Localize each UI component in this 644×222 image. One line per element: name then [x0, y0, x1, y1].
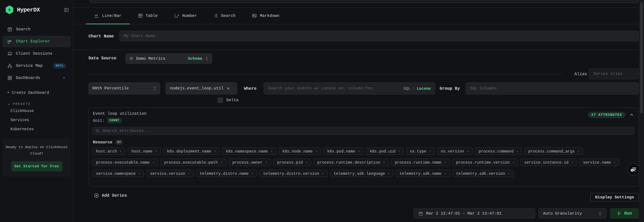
chevron-up-icon[interactable]: [630, 113, 634, 117]
sql-toggle[interactable]: SQL: [404, 86, 410, 91]
granularity-select[interactable]: Auto Granularity: [538, 208, 606, 219]
sidebar-nav: SearchChart ExplorerClient SessionsServi…: [0, 24, 73, 84]
list-icon: [213, 13, 218, 18]
attribute-chip[interactable]: telemetry.distro.name›: [196, 170, 257, 177]
chevron-right-icon: ›: [316, 149, 318, 153]
sidebar-item-label: Search: [16, 27, 30, 32]
tab-markdown[interactable]: Markdown: [244, 8, 287, 24]
sidebar-item-label: Chart Explorer: [16, 39, 50, 44]
chart-feedback-fab[interactable]: [627, 163, 640, 176]
delta-checkbox[interactable]: [218, 97, 223, 103]
attribute-chip[interactable]: host.arch›: [92, 147, 125, 155]
attribute-chip[interactable]: process.runtime.version›: [452, 159, 518, 166]
attribute-chip-label: os.version: [441, 149, 464, 153]
add-series-button[interactable]: Add Series: [94, 193, 127, 198]
aggregation-select[interactable]: 90th Percentile: [88, 82, 160, 94]
attributes-count-badge: 27 ATTRIBUTES: [588, 112, 626, 118]
lucene-toggle[interactable]: Lucene: [417, 86, 431, 91]
attribute-chip-label: os.type: [410, 149, 426, 153]
chart-type-tabs: Line/BarTable123NumberSearchMarkdown: [73, 8, 639, 24]
granularity-value: Auto Granularity: [543, 211, 582, 216]
preset-item-kubernetes[interactable]: Kubernetes: [0, 124, 73, 133]
chart-explorer-icon: [7, 39, 12, 44]
scrollbar-thumb[interactable]: [640, 2, 643, 113]
sidebar-item-chart-explorer[interactable]: Chart Explorer: [2, 36, 70, 47]
attribute-chip[interactable]: process.pid›: [273, 159, 311, 166]
attribute-chip-label: telemetry.sdk.version: [456, 171, 505, 176]
attribute-chip[interactable]: os.version›: [437, 147, 472, 155]
attribute-chip[interactable]: telemetry.distro.version›: [260, 170, 328, 177]
attribute-chip-label: k8s.pod.uid: [370, 149, 396, 153]
remove-metric-icon[interactable]: ✕: [227, 86, 230, 91]
attribute-chip[interactable]: k8s.pod.name›: [324, 147, 364, 155]
scrollbar[interactable]: [639, 0, 644, 222]
preset-item-clickhouse[interactable]: ClickHouse: [0, 106, 73, 115]
circle-plus-icon: [94, 193, 99, 198]
presets-header[interactable]: PRESETS: [0, 95, 73, 106]
presets-label: PRESETS: [13, 102, 30, 106]
attribute-chip[interactable]: k8s.namespace.name›: [222, 147, 276, 155]
attribute-chip[interactable]: telemetry.sdk.language›: [330, 170, 394, 177]
sidebar-item-search[interactable]: Search: [2, 24, 70, 35]
tab-table[interactable]: Table: [130, 8, 166, 24]
attribute-chip-label: process.pid: [277, 160, 303, 165]
attribute-chip[interactable]: k8s.node.name›: [278, 147, 321, 155]
attribute-chip[interactable]: service.name›: [579, 159, 620, 166]
attribute-search-input[interactable]: Search attributes...: [92, 127, 634, 135]
schema-link[interactable]: Schema: [188, 56, 202, 61]
date-range-value: Mar 2 12:47:01 - Mar 2 13:47:01: [426, 211, 502, 216]
tab-number[interactable]: 123Number: [166, 8, 205, 24]
display-settings-button[interactable]: Display Settings: [590, 193, 639, 202]
chevron-right-icon: ›: [429, 149, 431, 153]
attribute-chip[interactable]: telemetry.sdk.version›: [452, 170, 514, 177]
chevron-right-icon: ›: [571, 160, 573, 164]
attribute-chip[interactable]: process.runtime.description›: [314, 159, 389, 166]
sidebar-item-service-map[interactable]: Service MapBETA: [2, 60, 70, 71]
attribute-chip[interactable]: k8s.deployment.name›: [163, 147, 220, 155]
attribute-chip[interactable]: process.command›: [475, 147, 522, 155]
sidebar-item-dashboards[interactable]: Dashboards: [2, 72, 70, 84]
get-started-button[interactable]: Get Started for Free: [11, 161, 62, 171]
chevron-right-icon: ›: [155, 149, 157, 153]
attribute-chip[interactable]: service.instance.id›: [520, 159, 577, 166]
main-content: Line/BarTable123NumberSearchMarkdown Cha…: [73, 0, 639, 222]
sidebar-item-client-sessions[interactable]: Client Sessions: [2, 48, 70, 59]
tab-search[interactable]: Search: [205, 8, 244, 24]
data-source-select[interactable]: Demo Metrics Schema: [125, 53, 212, 64]
attribute-chip[interactable]: process.executable.name›: [92, 159, 158, 166]
chevron-right-icon: ›: [467, 149, 469, 153]
tab-line-bar[interactable]: Line/Bar: [86, 8, 130, 24]
chevron-right-icon: ›: [614, 160, 616, 164]
attribute-chip-label: process.executable.path: [164, 160, 218, 165]
chart-name-input[interactable]: My Chart Name: [119, 31, 639, 41]
attribute-chip[interactable]: process.command_args›: [524, 147, 583, 155]
attribute-chip[interactable]: k8s.pod.uid›: [366, 147, 404, 155]
attribute-chip[interactable]: telemetry.sdk.name›: [396, 170, 450, 177]
chevron-right-icon: ›: [120, 149, 122, 153]
date-range-picker[interactable]: Mar 2 12:47:01 - Mar 2 13:47:01: [414, 208, 535, 219]
attribute-chip[interactable]: process.executable.path›: [160, 159, 226, 166]
attribute-chip[interactable]: host.name›: [128, 147, 161, 155]
chevron-right-icon: ›: [322, 172, 324, 175]
preset-item-services[interactable]: Services: [0, 115, 73, 124]
attribute-chip[interactable]: service.version›: [146, 170, 194, 177]
unit-row: Unit: COUNT: [93, 118, 122, 123]
alias-input[interactable]: Series alias: [589, 68, 639, 79]
attribute-chip[interactable]: process.runtime.name›: [391, 159, 450, 166]
group-by-label: Group By: [440, 86, 460, 91]
tab-label: Markdown: [260, 13, 279, 18]
attribute-chip-label: host.arch: [96, 149, 117, 153]
attribute-chip[interactable]: process.owner›: [228, 159, 271, 166]
create-dashboard-button[interactable]: + Create Dashboard: [0, 84, 73, 95]
metric-tag[interactable]: nodejs.event_loop.util ✕: [166, 82, 237, 94]
metric-attributes-panel: Event loop utilization Unit: COUNT 27 AT…: [88, 107, 639, 187]
attribute-chip[interactable]: service.namespace›: [92, 170, 144, 177]
group-by-input[interactable]: SQL Columns: [466, 82, 639, 94]
chevron-up-icon: [62, 76, 66, 80]
run-button[interactable]: Run: [610, 208, 639, 219]
sidebar-collapse-icon[interactable]: [64, 7, 69, 12]
where-input[interactable]: Search your events w/ Lucene ex. column:…: [264, 82, 435, 94]
attribute-chip[interactable]: os.type›: [406, 147, 435, 155]
attribute-chip-label: service.version: [150, 171, 185, 176]
attribute-chip-label: process.runtime.description: [317, 160, 380, 165]
